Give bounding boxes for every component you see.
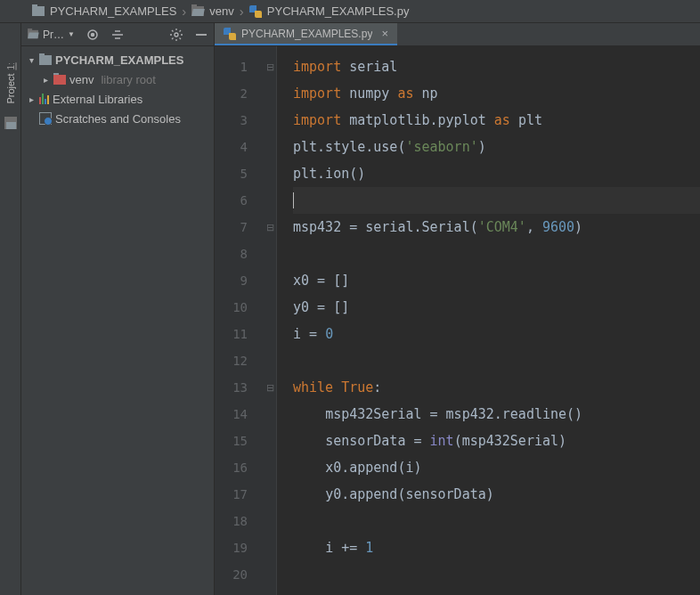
code-line[interactable]: i += 1 <box>293 534 700 561</box>
code-line[interactable]: msp432Serial = msp432.readline() <box>293 401 700 428</box>
line-number[interactable]: 4 <box>215 134 264 160</box>
svg-point-1 <box>91 33 94 36</box>
tree-node-external-libraries[interactable]: ▸ External Libraries <box>21 89 214 109</box>
locate-icon[interactable] <box>85 28 100 42</box>
line-number[interactable]: 20 <box>215 561 264 588</box>
tool-label: Project <box>5 73 16 103</box>
close-icon[interactable]: × <box>378 27 388 40</box>
code-token: while <box>293 379 341 395</box>
code-token: 0 <box>325 326 333 342</box>
fold-marker[interactable] <box>265 561 276 588</box>
code-line[interactable] <box>293 508 700 534</box>
line-number[interactable]: 11 <box>215 321 264 347</box>
tree-node-scratches[interactable]: Scratches and Consoles <box>21 109 214 128</box>
fold-marker[interactable]: ⊟ <box>265 214 276 240</box>
folder-open-icon <box>28 30 38 38</box>
code-line[interactable]: import numpy as np <box>293 80 700 107</box>
fold-marker[interactable] <box>265 160 276 187</box>
code-line[interactable] <box>293 561 700 588</box>
python-file-icon <box>249 5 262 18</box>
fold-marker[interactable] <box>265 534 276 561</box>
line-number[interactable]: 15 <box>215 428 264 454</box>
library-folder-icon <box>53 75 66 85</box>
breadcrumb-item-file[interactable]: PYCHARM_EXAMPLES.py <box>248 4 411 18</box>
breadcrumb-item-root[interactable]: PYCHARM_EXAMPLES <box>30 4 178 18</box>
expand-all-icon[interactable] <box>110 28 125 42</box>
fold-marker[interactable] <box>265 267 276 294</box>
breadcrumb-item-folder[interactable]: venv <box>190 4 235 18</box>
code-line[interactable] <box>293 187 700 214</box>
line-number[interactable]: 2 <box>215 80 264 107</box>
editor-tab-bar: PYCHARM_EXAMPLES.py × <box>215 23 700 46</box>
fold-marker[interactable] <box>265 481 276 508</box>
line-number[interactable]: 18 <box>215 508 264 534</box>
line-number[interactable]: 5 <box>215 160 264 187</box>
project-tool-button[interactable]: Project 1: <box>5 62 16 104</box>
breadcrumb-label: venv <box>209 4 233 18</box>
code-editor[interactable]: import serialimport numpy as npimport ma… <box>277 46 700 595</box>
line-number-gutter[interactable]: 1234567891011121314151617181920 <box>215 46 265 595</box>
code-line[interactable]: plt.style.use('seaborn') <box>293 134 700 160</box>
code-line[interactable] <box>293 347 700 374</box>
line-number[interactable]: 7 <box>215 214 264 240</box>
line-number[interactable]: 12 <box>215 347 264 374</box>
fold-marker[interactable] <box>265 240 276 267</box>
code-token: ) <box>574 219 582 235</box>
code-line[interactable]: y0.append(sensorData) <box>293 481 700 508</box>
line-number[interactable]: 10 <box>215 294 264 321</box>
line-number[interactable]: 3 <box>215 107 264 134</box>
code-line[interactable]: msp432 = serial.Serial('COM4', 9600) <box>293 214 700 240</box>
fold-marker[interactable] <box>265 428 276 454</box>
code-token: plt <box>518 112 542 128</box>
code-token: as <box>494 112 518 128</box>
line-number[interactable]: 14 <box>215 401 264 428</box>
project-tree[interactable]: ▾ PYCHARM_EXAMPLES ▸ venv library root ▸… <box>21 46 214 132</box>
svg-point-5 <box>175 33 178 37</box>
fold-marker[interactable] <box>265 134 276 160</box>
line-number[interactable]: 19 <box>215 534 264 561</box>
code-line[interactable]: while True: <box>293 374 700 401</box>
code-token: , <box>526 219 542 235</box>
line-number[interactable]: 9 <box>215 267 264 294</box>
fold-marker[interactable] <box>265 347 276 374</box>
fold-marker[interactable] <box>265 107 276 134</box>
fold-marker[interactable]: ⊟ <box>265 374 276 401</box>
tree-node-venv[interactable]: ▸ venv library root <box>21 69 214 89</box>
tree-suffix: library root <box>97 73 155 86</box>
line-number[interactable]: 17 <box>215 481 264 508</box>
code-line[interactable]: sensorData = int(msp432Serial) <box>293 428 700 454</box>
code-line[interactable]: i = 0 <box>293 321 700 347</box>
code-line[interactable]: y0 = [] <box>293 294 700 321</box>
fold-marker[interactable] <box>265 321 276 347</box>
line-number[interactable]: 1 <box>215 53 264 80</box>
structure-tool-icon[interactable] <box>4 117 17 129</box>
fold-gutter[interactable]: ⊟⊟⊟ <box>265 46 277 595</box>
code-line[interactable]: x0 = [] <box>293 267 700 294</box>
project-view-dropdown[interactable]: Pr… ▼ <box>27 29 75 41</box>
chevron-down-icon: ▼ <box>68 30 75 38</box>
fold-marker[interactable] <box>265 294 276 321</box>
code-token: sensorData = <box>325 433 429 449</box>
fold-marker[interactable] <box>265 187 276 214</box>
fold-marker[interactable] <box>265 508 276 534</box>
hide-icon[interactable] <box>194 28 208 42</box>
fold-marker[interactable] <box>265 454 276 481</box>
editor-tab-active[interactable]: PYCHARM_EXAMPLES.py × <box>215 23 397 45</box>
fold-marker[interactable] <box>265 80 276 107</box>
code-line[interactable]: plt.ion() <box>293 160 700 187</box>
line-number[interactable]: 16 <box>215 454 264 481</box>
code-line[interactable] <box>293 240 700 267</box>
breadcrumb: PYCHARM_EXAMPLES › venv › PYCHARM_EXAMPL… <box>0 0 700 23</box>
gear-icon[interactable] <box>169 28 183 42</box>
code-line[interactable]: import matplotlib.pyplot as plt <box>293 107 700 134</box>
line-number[interactable]: 8 <box>215 240 264 267</box>
line-number[interactable]: 6 <box>215 187 264 214</box>
code-token: 'seaborn' <box>405 139 477 155</box>
code-line[interactable]: x0.append(i) <box>293 454 700 481</box>
code-line[interactable]: import serial <box>293 53 700 80</box>
line-number[interactable]: 13 <box>215 374 264 401</box>
libraries-icon <box>39 94 49 104</box>
fold-marker[interactable] <box>265 401 276 428</box>
tree-node-project-root[interactable]: ▾ PYCHARM_EXAMPLES <box>21 50 214 69</box>
fold-marker[interactable]: ⊟ <box>265 53 276 80</box>
